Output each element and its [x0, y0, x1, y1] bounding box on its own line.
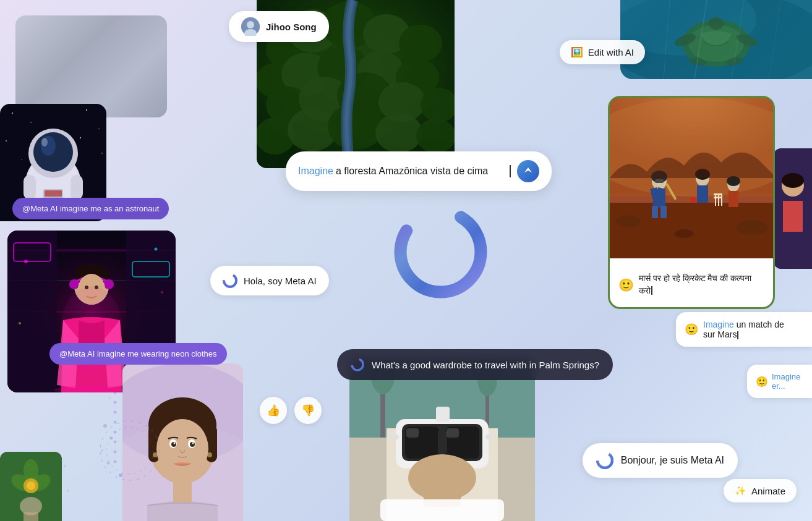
- svg-point-118: [616, 215, 641, 227]
- right-partial-card-2: 🙂 Imagineer...: [747, 365, 812, 398]
- svg-rect-64: [71, 175, 83, 200]
- jihoo-bubble: Jihoo Song: [229, 11, 329, 42]
- svg-point-127: [352, 359, 363, 370]
- svg-rect-125: [783, 201, 803, 232]
- cricket-chat-box: 🙂 मार्स पर हो रहे क्रिकेट मैच की कल्पना …: [610, 258, 773, 309]
- svg-point-89: [19, 322, 21, 324]
- svg-rect-140: [438, 431, 447, 453]
- image-icon: 🖼️: [571, 46, 583, 58]
- svg-point-121: [690, 197, 696, 203]
- svg-point-178: [100, 421, 160, 480]
- svg-rect-108: [697, 185, 708, 203]
- cricket-chat-text: मार्स पर हो रहे क्रिकेट मैच की कल्पना कर…: [639, 273, 751, 295]
- svg-rect-116: [714, 193, 722, 195]
- svg-point-180: [103, 424, 107, 428]
- svg-rect-147: [406, 428, 419, 438]
- imagine-match-bubble: 🙂 Imagine un match de sur Mars: [676, 312, 812, 347]
- meta-ai-prompt-neon: @Meta AI imagine me wearing neon clothes: [49, 343, 227, 365]
- jihoo-avatar: [241, 17, 260, 36]
- jihoo-name: Jihoo Song: [266, 22, 317, 32]
- svg-point-183: [107, 462, 110, 465]
- svg-rect-146: [380, 499, 504, 521]
- svg-point-157: [156, 419, 208, 478]
- edit-ai-label: Edit with AI: [588, 47, 634, 57]
- hola-text: Hola, soy Meta AI: [244, 276, 317, 286]
- circle-dots: [99, 420, 161, 484]
- svg-rect-143: [436, 407, 450, 422]
- cricket-card: 🙂 मार्स पर हो रहे क्रिकेट मैच की कल्पना …: [608, 96, 775, 309]
- svg-point-24: [247, 21, 254, 28]
- cricket-cursor: [651, 286, 652, 295]
- svg-point-87: [155, 248, 158, 251]
- imagine-match-text: un match de: [737, 320, 784, 329]
- cricket-chat-content: मार्स पर हो रहे क्रिकेट मैच की कल्पना कर…: [639, 273, 764, 297]
- thumbs-up-button[interactable]: 👍: [260, 397, 287, 424]
- imagine-match-text2: sur Mars: [703, 329, 737, 339]
- svg-point-162: [174, 443, 176, 444]
- imagine-match-word: Imagine: [703, 320, 734, 329]
- svg-point-91: [224, 274, 236, 287]
- svg-rect-102: [652, 206, 658, 218]
- animate-label: Animate: [751, 486, 785, 496]
- svg-rect-105: [655, 179, 664, 183]
- bonjour-bubble: Bonjour, je suis Meta AI: [583, 443, 738, 478]
- svg-point-52: [98, 128, 99, 129]
- bonjour-logo: [596, 452, 613, 469]
- svg-point-88: [161, 291, 163, 294]
- vr-card: [349, 357, 535, 521]
- svg-point-175: [27, 481, 35, 490]
- turtle-card: [620, 0, 812, 79]
- svg-point-56: [80, 137, 81, 138]
- right-partial-card: [774, 148, 812, 269]
- svg-point-53: [6, 140, 7, 142]
- svg-point-97: [610, 98, 773, 197]
- svg-point-55: [21, 159, 22, 159]
- thumbs-down-button[interactable]: 👎: [294, 397, 322, 424]
- svg-rect-177: [24, 512, 38, 521]
- bonjour-text: Bonjour, je suis Meta AI: [621, 455, 724, 466]
- svg-point-54: [101, 153, 103, 154]
- svg-point-181: [110, 437, 113, 440]
- imagine-input-box[interactable]: Imagine a floresta Amazônica vista de ci…: [286, 151, 552, 191]
- edit-ai-button[interactable]: 🖼️ Edit with AI: [560, 40, 645, 64]
- emoji-icon: 🙂: [685, 323, 698, 336]
- astronaut-prompt-text: @Meta AI imagine me as an astronaut: [22, 204, 159, 213]
- cricket-image: [610, 98, 773, 258]
- partial-imagine-text: Imagineer...: [772, 372, 800, 391]
- animate-button[interactable]: ✨ Animate: [724, 479, 797, 502]
- svg-point-18: [709, 17, 724, 30]
- svg-point-80: [104, 279, 114, 289]
- hola-bubble: Hola, soy Meta AI: [210, 266, 329, 295]
- svg-rect-63: [24, 175, 36, 200]
- imagine-word: Imagine: [298, 166, 333, 177]
- svg-rect-141: [390, 434, 399, 439]
- thumbs-up-icon: 👍: [267, 404, 280, 417]
- svg-point-86: [24, 260, 28, 263]
- svg-point-49: [12, 112, 13, 114]
- imagine-input-text[interactable]: a floresta Amazônica vista de cima: [336, 166, 509, 177]
- svg-point-166: [207, 452, 212, 457]
- svg-point-163: [192, 443, 194, 444]
- svg-point-126: [782, 173, 804, 188]
- emoji-icon-2: 🙂: [756, 376, 768, 388]
- input-cursor: [510, 165, 511, 177]
- svg-rect-164: [173, 478, 192, 502]
- small-bottom-left-card: [0, 452, 62, 521]
- svg-point-182: [101, 449, 103, 452]
- meta-ai-prompt-astronaut: @Meta AI imagine me as an astronaut: [12, 198, 169, 219]
- svg-point-119: [737, 220, 767, 235]
- svg-rect-66: [45, 190, 62, 197]
- svg-point-120: [675, 229, 693, 238]
- wardrobe-text: What's a good wardrobe to travel with in…: [372, 360, 599, 370]
- gray-blurred-card: [15, 15, 167, 117]
- svg-point-149: [597, 453, 612, 468]
- svg-rect-103: [660, 206, 667, 218]
- svg-rect-111: [729, 191, 738, 207]
- meta-ai-mini-icon: [223, 273, 237, 288]
- cricket-emoji: 🙂: [618, 277, 634, 292]
- send-button[interactable]: [517, 160, 539, 182]
- svg-point-90: [401, 212, 481, 292]
- meta-ai-logo: [393, 204, 489, 300]
- svg-point-79: [69, 279, 79, 289]
- thumbs-container: 👍 👎: [260, 397, 322, 424]
